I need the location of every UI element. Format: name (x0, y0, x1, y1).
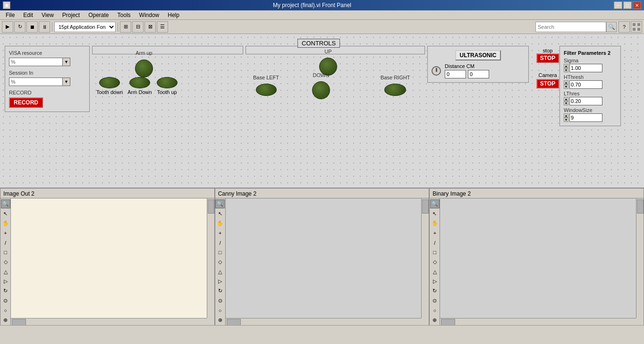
tool-triangle-binary[interactable]: △ (430, 267, 440, 276)
windowsize-down[interactable]: ▼ (564, 118, 568, 122)
tool-pencil-canny[interactable]: / (215, 238, 225, 247)
tool-arrow-canny[interactable]: ↖ (215, 209, 225, 218)
canny-scrollbar-v[interactable] (421, 198, 429, 318)
run-button[interactable]: ▶ (2, 21, 13, 33)
binary-scrollbar-h[interactable] (440, 318, 636, 326)
tool-plus-out[interactable]: + (1, 228, 10, 237)
tool-hand-canny[interactable]: ✋ (215, 219, 225, 228)
visa-dropdown-arrow[interactable]: ▼ (62, 58, 70, 66)
hthresh-down[interactable]: ▼ (564, 85, 568, 89)
hthresh-input[interactable]: 0.70 (569, 80, 602, 89)
windowsize-up[interactable]: ▲ (564, 113, 568, 118)
menu-file[interactable]: File (2, 11, 18, 19)
tool-rect-out[interactable]: □ (1, 248, 10, 257)
search-input[interactable] (535, 22, 606, 32)
tooth-down-led[interactable] (99, 77, 120, 88)
visa-dropdown[interactable]: % ▼ (9, 58, 70, 66)
sigma-spinner[interactable]: ▲ ▼ (564, 64, 568, 72)
windowsize-spinner[interactable]: ▲ ▼ (564, 113, 568, 122)
tool-rotate-out[interactable]: ↻ (1, 286, 10, 295)
tool-arrow-r-out[interactable]: ▷ (1, 277, 10, 286)
tool-zoom-canny[interactable]: 🔍 (215, 199, 225, 208)
camera-stop-button[interactable]: STOP (536, 79, 559, 88)
lthres-down[interactable]: ▼ (564, 101, 568, 105)
tool-diamond-canny[interactable]: ◇ (215, 258, 225, 267)
windowsize-input[interactable]: 9 (569, 113, 602, 122)
binary-scroll-thumb-h[interactable] (441, 319, 455, 326)
tool-zoom2-canny[interactable]: ⊕ (215, 316, 225, 325)
tool-hand-binary[interactable]: ✋ (430, 219, 440, 228)
down-led[interactable] (312, 81, 330, 99)
menu-tools[interactable]: Tools (114, 11, 135, 19)
tool-arrow-binary[interactable]: ↖ (430, 209, 440, 218)
sigma-up[interactable]: ▲ (564, 64, 568, 68)
tool-arrow-out[interactable]: ↖ (1, 209, 10, 218)
tool-circle-canny[interactable]: ○ (215, 306, 225, 315)
menu-edit[interactable]: Edit (19, 11, 37, 19)
tool-rect-binary[interactable]: □ (430, 248, 440, 257)
tool-zoom-out[interactable]: 🔍 (1, 199, 10, 208)
tool-hand-out[interactable]: ✋ (1, 219, 10, 228)
sigma-down[interactable]: ▼ (564, 68, 568, 72)
lthres-up[interactable]: ▲ (564, 97, 568, 101)
arm-down-led[interactable] (129, 77, 150, 88)
tool-zoom2-binary[interactable]: ⊕ (430, 316, 440, 325)
maximize-button[interactable]: □ (623, 1, 632, 9)
lthres-spinner[interactable]: ▲ ▼ (564, 97, 568, 105)
reorder-button[interactable]: ☰ (157, 21, 168, 33)
tool-circle-binary[interactable]: ○ (430, 306, 440, 315)
tool-zoom-binary[interactable]: 🔍 (430, 199, 440, 208)
session-dropdown[interactable]: % ▼ (9, 77, 70, 86)
menu-help[interactable]: Help (164, 11, 183, 19)
tool-rect-canny[interactable]: □ (215, 248, 225, 257)
canny-scroll-thumb-v[interactable] (422, 199, 429, 214)
tool-pencil-binary[interactable]: / (430, 238, 440, 247)
run-continuous-button[interactable]: ↻ (14, 21, 25, 33)
tool-triangle-canny[interactable]: △ (215, 267, 225, 276)
tool-rotate-canny[interactable]: ↻ (215, 286, 225, 295)
canny-scrollbar-h[interactable] (226, 318, 422, 326)
binary-scroll-thumb-v[interactable] (637, 199, 644, 214)
tool-circle-out[interactable]: ○ (1, 306, 10, 315)
hthresh-spinner[interactable]: ▲ ▼ (564, 80, 568, 89)
tool-plus-binary[interactable]: + (430, 228, 440, 237)
tool-diamond-out[interactable]: ◇ (1, 258, 10, 267)
help-button[interactable]: ? (619, 21, 630, 33)
tool-zoom2-out[interactable]: ⊕ (1, 316, 10, 325)
abort-button[interactable]: ⏹ (26, 21, 38, 33)
align-button[interactable]: ⊞ (120, 21, 131, 33)
image-out-scrollbar-h[interactable] (11, 318, 207, 326)
tool-rotate-binary[interactable]: ↻ (430, 286, 440, 295)
base-right-led[interactable] (384, 84, 406, 96)
tool-arrow-r-binary[interactable]: ▷ (430, 277, 440, 286)
ultrasonic-button[interactable]: ULTRASONIC (455, 50, 501, 60)
menu-window[interactable]: Window (136, 11, 163, 19)
arm-up-led[interactable] (135, 60, 153, 77)
menu-operate[interactable]: Operate (85, 11, 112, 19)
base-left-led[interactable] (256, 84, 277, 96)
tool-ring-out[interactable]: ⊙ (1, 296, 10, 305)
tool-plus-canny[interactable]: + (215, 228, 225, 237)
image-out-scrollbar-v[interactable] (207, 198, 214, 318)
stop-button[interactable]: STOP (536, 53, 559, 63)
record-button[interactable]: RECORD (9, 97, 43, 108)
search-button[interactable]: 🔍 (606, 22, 617, 32)
image-out-scroll-thumb-h[interactable] (12, 319, 26, 326)
tool-ring-binary[interactable]: ⊙ (430, 296, 440, 305)
pause-button[interactable]: ⏸ (39, 21, 50, 33)
distance-knob[interactable] (432, 66, 441, 76)
close-button[interactable]: ✕ (633, 1, 641, 9)
session-dropdown-arrow[interactable]: ▼ (62, 78, 70, 86)
menu-view[interactable]: View (38, 11, 58, 19)
canny-scroll-thumb-h[interactable] (227, 319, 241, 326)
tool-pencil-out[interactable]: / (1, 238, 10, 247)
tool-arrow-r-canny[interactable]: ▷ (215, 277, 225, 286)
tool-diamond-binary[interactable]: ◇ (430, 258, 440, 267)
lthres-input[interactable]: 0.20 (569, 97, 602, 105)
binary-scrollbar-v[interactable] (636, 198, 644, 318)
resize-button[interactable]: ⊠ (144, 21, 156, 33)
sigma-input[interactable]: 1.00 (569, 64, 602, 72)
tool-ring-canny[interactable]: ⊙ (215, 296, 225, 305)
tooth-up-led[interactable] (157, 77, 178, 88)
tool-triangle-out[interactable]: △ (1, 267, 10, 276)
